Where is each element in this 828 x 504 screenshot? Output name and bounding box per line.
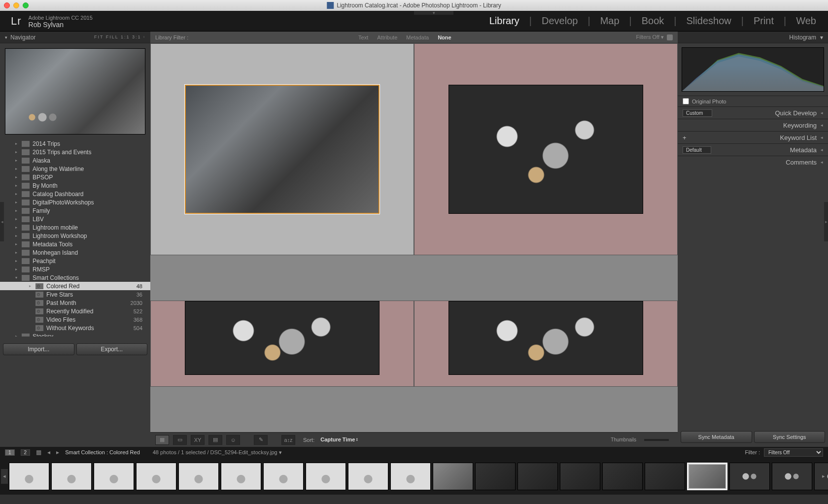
filmstrip-thumbnail[interactable] [136, 463, 176, 490]
filmstrip-thumbnail[interactable] [263, 463, 304, 490]
filter-text[interactable]: Text [358, 34, 368, 40]
comments-header[interactable]: Comments◂ [678, 156, 828, 168]
module-web[interactable]: Web [795, 15, 817, 27]
original-photo-checkbox[interactable] [683, 98, 689, 104]
collection-set[interactable]: Stocksy [0, 332, 150, 336]
module-map[interactable]: Map [599, 15, 621, 27]
collection-set[interactable]: RMSP [0, 265, 150, 273]
filmstrip-thumbnail-selected[interactable] [687, 463, 727, 490]
module-book[interactable]: Book [641, 15, 665, 27]
keyword-list-header[interactable]: + Keyword List◂ [678, 131, 828, 143]
filmstrip-thumbnail[interactable] [390, 463, 431, 490]
smart-collection[interactable]: Past Month2030 [0, 299, 150, 307]
grid-cell[interactable] [414, 43, 678, 255]
smart-collection-colored-red[interactable]: Colored Red48 [0, 282, 150, 290]
compare-view-button[interactable]: XY [191, 435, 205, 445]
top-panel-toggle[interactable]: ▾ [414, 11, 453, 15]
filmstrip-thumbnail[interactable] [178, 463, 219, 490]
filmstrip-thumbnail[interactable] [433, 463, 473, 490]
export-button[interactable]: Export... [76, 343, 148, 355]
filmstrip-thumbnail[interactable] [772, 463, 812, 490]
photo-thumbnail[interactable] [185, 85, 380, 214]
filmstrip-thumbnail[interactable] [9, 463, 49, 490]
module-print[interactable]: Print [753, 15, 775, 27]
import-button[interactable]: Import... [3, 343, 74, 355]
filter-metadata[interactable]: Metadata [406, 34, 429, 40]
filter-none[interactable]: None [438, 34, 451, 40]
minimize-window-button[interactable] [13, 2, 19, 8]
collection-set[interactable]: Monhegan Island [0, 248, 150, 257]
thumbnail-size-slider[interactable] [644, 439, 669, 441]
module-slideshow[interactable]: Slideshow [686, 15, 732, 27]
collection-set[interactable]: 2015 Trips and Events [0, 148, 150, 156]
smart-collection[interactable]: Five Stars36 [0, 290, 150, 299]
grid-switch-icon[interactable]: ▦ [36, 449, 41, 456]
keywording-header[interactable]: Keywording◂ [678, 119, 828, 131]
photo-thumbnail[interactable] [448, 301, 643, 375]
grid-cell-selected[interactable] [150, 43, 414, 255]
collection-set[interactable]: Alaska [0, 156, 150, 165]
module-develop[interactable]: Develop [541, 15, 579, 27]
smart-collection[interactable]: Without Keywords504 [0, 324, 150, 332]
photo-thumbnail[interactable] [448, 85, 643, 214]
filmstrip-thumbnail[interactable] [306, 463, 346, 490]
right-panel-toggle[interactable]: ▸ [824, 202, 828, 241]
filmstrip-thumbnail[interactable] [51, 463, 92, 490]
add-keyword-button[interactable]: + [683, 134, 687, 141]
collection-set[interactable]: BPSOP [0, 173, 150, 181]
smart-collection[interactable]: Recently Modified522 [0, 307, 150, 315]
filmstrip-thumbnail[interactable] [518, 463, 558, 490]
breadcrumb[interactable]: Smart Collection : Colored Red [65, 449, 140, 455]
filter-attribute[interactable]: Attribute [377, 34, 397, 40]
sort-direction-button[interactable]: a↕z [281, 435, 295, 445]
filmstrip-filter-dropdown[interactable]: Filters Off [764, 448, 823, 457]
close-window-button[interactable] [4, 2, 10, 8]
filmstrip-thumbnail[interactable] [221, 463, 261, 490]
navigator-preview[interactable] [5, 48, 145, 134]
quick-develop-preset-dropdown[interactable]: Custom [683, 109, 712, 117]
collection-set[interactable]: By Month [0, 181, 150, 190]
collection-set[interactable]: Metadata Tools [0, 240, 150, 248]
collection-set[interactable]: DigitalPhotoWorkshops [0, 198, 150, 206]
sort-dropdown[interactable]: Capture Time ⦂ [320, 437, 358, 443]
filmstrip-thumbnail[interactable] [729, 463, 770, 490]
filmstrip-thumbnail[interactable] [94, 463, 134, 490]
grid-cell[interactable] [150, 301, 414, 387]
secondary-display-button[interactable]: 2 [21, 449, 31, 456]
navigator-zoom-modes[interactable]: FIT FILL 1:1 3:1 ⦂ [94, 34, 145, 40]
filmstrip-thumbnail[interactable] [475, 463, 516, 490]
sync-metadata-button[interactable]: Sync Metadata [681, 431, 752, 443]
lock-icon[interactable] [667, 34, 673, 40]
quick-develop-header[interactable]: Custom Quick Develop◂ [678, 106, 828, 119]
filmstrip-thumbnail[interactable] [645, 463, 685, 490]
smart-collections-set[interactable]: Smart Collections [0, 273, 150, 282]
histogram-header[interactable]: Histogram▾ [678, 32, 828, 43]
collection-set[interactable]: Lightroom Workshop [0, 232, 150, 240]
filmstrip-thumbnail[interactable] [348, 463, 388, 490]
sync-settings-button[interactable]: Sync Settings [754, 431, 826, 443]
filmstrip[interactable]: ◂ ▸ [0, 458, 828, 495]
go-back-icon[interactable]: ◂ [47, 449, 50, 456]
histogram-display[interactable] [682, 47, 824, 92]
collection-set[interactable]: LBV [0, 215, 150, 223]
metadata-preset-dropdown[interactable]: Default [683, 146, 711, 154]
collection-set[interactable]: Along the Waterline [0, 165, 150, 173]
collection-set[interactable]: Family [0, 206, 150, 215]
metadata-header[interactable]: Default Metadata◂ [678, 143, 828, 156]
filmstrip-scroll-left[interactable]: ◂ [1, 469, 8, 484]
collection-set[interactable]: Lightroom mobile [0, 223, 150, 232]
painter-tool-button[interactable]: ✎ [254, 435, 268, 445]
filmstrip-thumbnail[interactable] [602, 463, 643, 490]
selection-status[interactable]: 48 photos / 1 selected / DSC_5294-Edit_s… [153, 449, 282, 456]
go-forward-icon[interactable]: ▸ [56, 449, 59, 456]
left-panel-toggle[interactable]: ◂ [0, 202, 4, 241]
survey-view-button[interactable]: ▤ [208, 435, 222, 445]
grid-view[interactable] [150, 43, 678, 432]
loupe-view-button[interactable]: ▭ [173, 435, 187, 445]
collection-set[interactable]: Catalog Dashboard [0, 190, 150, 198]
grid-cell[interactable] [414, 301, 678, 387]
smart-collection[interactable]: Video Files368 [0, 315, 150, 324]
collection-set[interactable]: Peachpit [0, 257, 150, 265]
filters-off-dropdown[interactable]: Filters Off ▾ [636, 34, 664, 40]
primary-display-button[interactable]: 1 [5, 449, 15, 456]
